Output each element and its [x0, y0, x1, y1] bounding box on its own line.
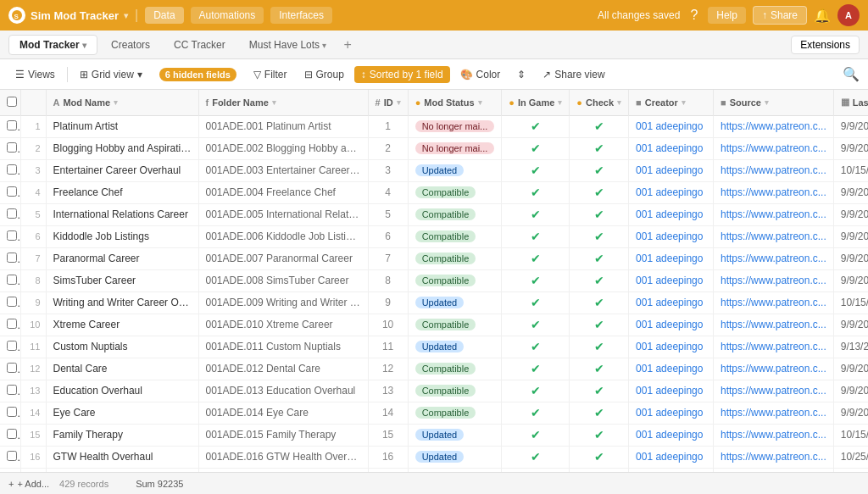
cell-source[interactable]: https://www.patreon.c... [714, 247, 834, 269]
row-checkbox[interactable] [7, 407, 17, 417]
row-checkbox[interactable] [7, 429, 17, 439]
row-checkbox[interactable] [7, 363, 17, 373]
cell-source[interactable]: https://www.patreon.c... [714, 336, 834, 358]
cell-creator[interactable]: 001 adeepingo [629, 181, 714, 203]
cell-source[interactable]: https://www.patreon.c... [714, 358, 834, 380]
cell-mod-name[interactable]: Entertainer Career Overhaul [46, 159, 198, 181]
cell-mod-name[interactable]: Freelance Chef [46, 181, 198, 203]
cell-creator[interactable]: 001 adeepingo [629, 225, 714, 247]
cell-mod-status[interactable]: Compatible [408, 314, 502, 336]
cell-creator[interactable]: 001 adeepingo [629, 314, 714, 336]
cell-mod-name[interactable]: Custom Nuptials [46, 336, 198, 358]
cell-mod-name[interactable]: Dental Care [46, 358, 198, 380]
col-id[interactable]: #ID▾ [368, 90, 408, 115]
add-row-label[interactable]: + Add... [17, 479, 49, 489]
cell-creator[interactable]: 001 adeepingo [629, 203, 714, 225]
cell-mod-name[interactable]: Education Overhaul [46, 380, 198, 402]
cell-mod-status[interactable]: Updated [408, 291, 502, 314]
row-checkbox[interactable] [7, 120, 17, 130]
cell-mod-name[interactable]: Platinum Artist [46, 115, 198, 137]
row-checkbox[interactable] [7, 208, 17, 219]
tab-must-have-lots[interactable]: Must Have Lots ▾ [239, 36, 337, 54]
row-checkbox[interactable] [7, 186, 17, 197]
cell-creator[interactable]: 001 adeepingo [629, 291, 714, 314]
share-btn[interactable]: ↑ Share [753, 6, 807, 25]
cell-mod-name[interactable]: Xtreme Career [46, 314, 198, 336]
cell-creator[interactable]: 001 adeepingo [629, 137, 714, 159]
row-checkbox[interactable] [7, 253, 17, 263]
cell-creator[interactable]: 001 adeepingo [629, 247, 714, 269]
hidden-fields-btn[interactable]: 6 hidden fields [153, 65, 243, 84]
cell-mod-status[interactable]: Updated [408, 336, 502, 358]
col-checkbox[interactable] [0, 90, 20, 115]
cell-mod-name[interactable]: SimsTuber Career [46, 269, 198, 291]
cell-mod-name[interactable]: Eye Care [46, 402, 198, 424]
filter-btn[interactable]: ▽ Filter [247, 66, 294, 83]
col-in-game[interactable]: ●In Game▾ [502, 90, 570, 115]
cell-mod-name[interactable]: GTW Health Overhaul [46, 446, 198, 468]
col-mod-name[interactable]: AMod Name▾ [46, 90, 198, 115]
row-checkbox[interactable] [7, 142, 17, 153]
cell-mod-status[interactable]: Updated [408, 446, 502, 468]
views-btn[interactable]: ☰ Views [8, 66, 62, 83]
add-tab-btn[interactable]: + [340, 37, 354, 53]
cell-mod-name[interactable]: Blogging Hobby and Aspiration [46, 137, 198, 159]
col-last-updated[interactable]: ▦Last Updated▾ [833, 90, 868, 115]
cell-mod-status[interactable]: No longer mai... [408, 115, 502, 137]
cell-mod-status[interactable]: No longer mai... [408, 137, 502, 159]
cell-creator[interactable]: 001 adeepingo [629, 402, 714, 424]
row-checkbox[interactable] [7, 451, 17, 461]
cell-source[interactable]: https://www.patreon.c... [714, 225, 834, 247]
question-icon-btn[interactable]: ? [687, 6, 701, 25]
notifications-btn[interactable]: 🔔 [814, 8, 831, 24]
tab-creators[interactable]: Creators [101, 36, 160, 54]
cell-mod-name[interactable]: Kiddodle Job Listings [46, 225, 198, 247]
interfaces-nav-btn[interactable]: Interfaces [270, 7, 332, 24]
cell-source[interactable]: https://www.patreon.c... [714, 314, 834, 336]
cell-creator[interactable]: 001 adeepingo [629, 358, 714, 380]
row-checkbox[interactable] [7, 341, 17, 351]
cell-mod-status[interactable]: Updated [408, 424, 502, 446]
cell-source[interactable]: https://www.patreon.c... [714, 203, 834, 225]
cell-creator[interactable]: 001 adeepingo [629, 424, 714, 446]
cell-mod-status[interactable]: Compatible [408, 225, 502, 247]
user-avatar[interactable]: A [837, 4, 860, 26]
cell-source[interactable]: https://www.patreon.c... [714, 446, 834, 468]
cell-creator[interactable]: 001 adeepingo [629, 446, 714, 468]
cell-mod-status[interactable]: Compatible [408, 402, 502, 424]
cell-source[interactable]: https://www.patreon.c... [714, 402, 834, 424]
cell-mod-status[interactable]: Updated [408, 159, 502, 181]
tab-cc-tracker[interactable]: CC Tracker [164, 36, 236, 54]
share-view-btn[interactable]: ↗ Share view [536, 66, 611, 83]
row-checkbox[interactable] [7, 275, 17, 285]
cell-mod-status[interactable]: Compatible [408, 181, 502, 203]
cell-mod-status[interactable]: Compatible [408, 358, 502, 380]
cell-mod-status[interactable]: Compatible [408, 203, 502, 225]
col-check[interactable]: ●Check▾ [570, 90, 629, 115]
app-dropdown-icon[interactable]: ▾ [124, 11, 128, 20]
tab-mod-tracker[interactable]: Mod Tracker ▾ [8, 35, 97, 55]
cell-source[interactable]: https://www.patreon.c... [714, 269, 834, 291]
add-row-btn[interactable]: + + Add... [8, 479, 49, 489]
cell-mod-status[interactable]: Compatible [408, 269, 502, 291]
cell-creator[interactable]: 001 adeepingo [629, 336, 714, 358]
color-btn[interactable]: 🎨 Color [453, 66, 508, 83]
col-folder-name[interactable]: fFolder Name▾ [198, 90, 368, 115]
row-checkbox[interactable] [7, 230, 17, 241]
cell-mod-name[interactable]: Paranormal Career [46, 247, 198, 269]
cell-mod-name[interactable]: Family Therapy [46, 424, 198, 446]
extensions-btn[interactable]: Extensions [791, 36, 860, 54]
cell-mod-name[interactable]: International Relations Career [46, 203, 198, 225]
row-height-btn[interactable]: ⇕ [510, 66, 532, 83]
row-checkbox[interactable] [7, 164, 17, 175]
row-checkbox[interactable] [7, 319, 17, 329]
search-btn[interactable]: 🔍 [843, 66, 860, 82]
cell-source[interactable]: https://www.patreon.c... [714, 159, 834, 181]
group-btn[interactable]: ⊟ Group [298, 66, 351, 83]
cell-source[interactable]: https://www.patreon.c... [714, 115, 834, 137]
cell-source[interactable]: https://www.patreon.c... [714, 380, 834, 402]
row-checkbox[interactable] [7, 385, 17, 395]
cell-mod-status[interactable]: Compatible [408, 247, 502, 269]
cell-creator[interactable]: 001 adeepingo [629, 269, 714, 291]
cell-source[interactable]: https://www.patreon.c... [714, 137, 834, 159]
